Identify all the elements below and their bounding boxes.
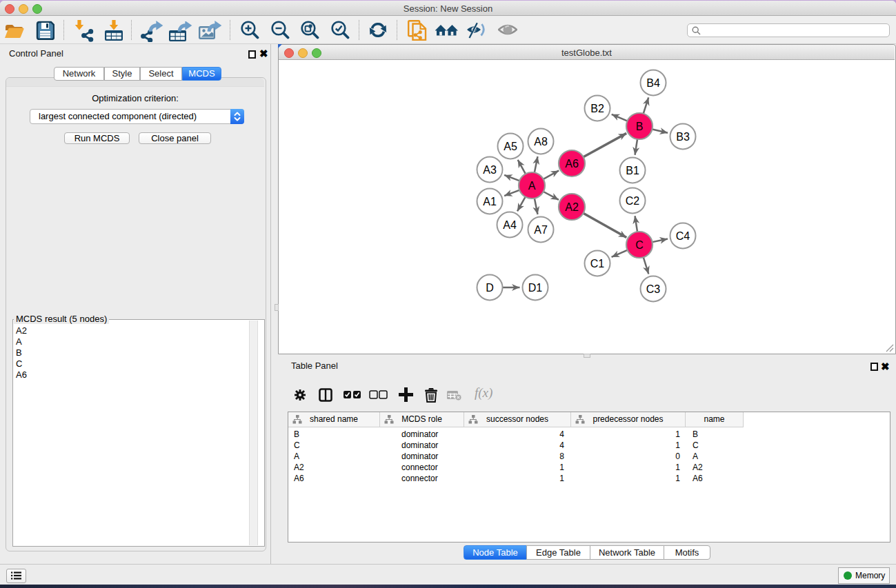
svg-text:B4: B4 bbox=[646, 77, 660, 89]
svg-text:C4: C4 bbox=[676, 230, 690, 242]
svg-text:B3: B3 bbox=[676, 131, 690, 143]
svg-text:A1: A1 bbox=[483, 196, 497, 207]
svg-text:C3: C3 bbox=[646, 283, 661, 295]
svg-text:C2: C2 bbox=[626, 195, 640, 207]
svg-text:C: C bbox=[635, 239, 644, 251]
svg-text:A3: A3 bbox=[483, 164, 497, 176]
svg-text:C1: C1 bbox=[590, 258, 605, 270]
svg-text:A8: A8 bbox=[534, 136, 548, 148]
svg-text:A5: A5 bbox=[504, 141, 517, 152]
svg-text:B2: B2 bbox=[590, 103, 604, 114]
svg-text:B: B bbox=[636, 121, 644, 132]
svg-text:A2: A2 bbox=[565, 201, 579, 213]
svg-text:A4: A4 bbox=[503, 219, 517, 231]
svg-text:A7: A7 bbox=[534, 224, 548, 236]
svg-text:D1: D1 bbox=[528, 282, 543, 294]
svg-text:A: A bbox=[528, 180, 536, 192]
svg-text:D: D bbox=[486, 282, 494, 294]
svg-text:A6: A6 bbox=[565, 158, 579, 170]
svg-text:B1: B1 bbox=[626, 165, 639, 176]
